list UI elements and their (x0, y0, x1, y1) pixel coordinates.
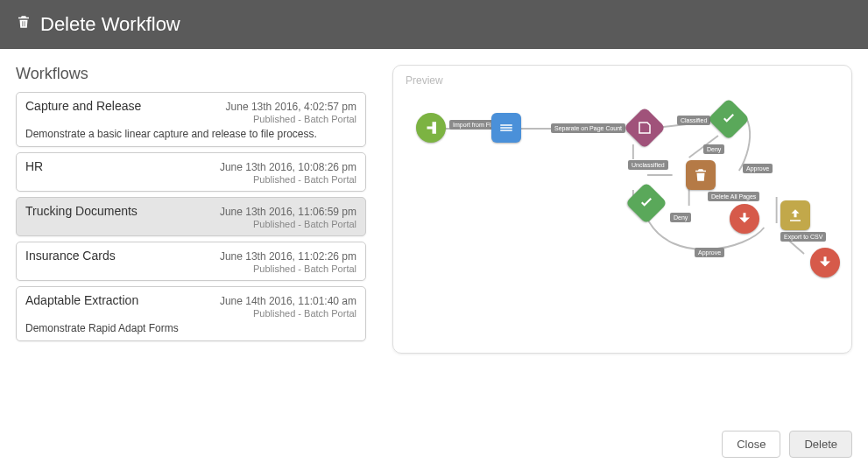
workflow-date: June 14th 2016, 11:01:40 am (220, 295, 356, 307)
export-label: Export to CSV (780, 232, 826, 242)
approve2-label: Approve (695, 248, 724, 257)
workflow-item[interactable]: HRJune 13th 2016, 10:08:26 pmPublished -… (16, 152, 366, 192)
workflows-section-label: Workflows (16, 65, 366, 83)
exit-node-2[interactable] (810, 248, 840, 277)
workflow-name: Capture and Release (25, 99, 141, 113)
separate-label: Separate on Page Count (551, 123, 625, 133)
decision-node-1[interactable] (624, 107, 666, 149)
dialog-footer: Close Delete (722, 431, 852, 458)
unclassified-label: Unclassified (628, 160, 668, 170)
workflow-status: Published - Batch Portal (220, 308, 356, 319)
trash-icon (16, 12, 32, 37)
workflow-status: Published - Batch Portal (220, 174, 356, 185)
check-node-1[interactable] (708, 98, 750, 140)
dialog-header: Delete Workflow (0, 0, 868, 49)
delete-pages-node[interactable] (686, 160, 716, 190)
exit-node-1[interactable] (730, 204, 759, 234)
deny2-label: Deny (670, 213, 691, 222)
export-node[interactable] (780, 200, 810, 230)
delete-pages-label: Delete All Pages (708, 192, 759, 201)
preview-panel: Preview (392, 65, 852, 354)
workflow-name: Insurance Cards (25, 249, 116, 263)
start-node[interactable] (416, 113, 446, 143)
workflow-item[interactable]: Trucking DocumentsJune 13th 2016, 11:06:… (16, 197, 366, 236)
workflow-description: Demonstrate Rapid Adapt Forms (25, 322, 356, 334)
workflow-name: Trucking Documents (25, 204, 138, 218)
workflow-date: June 13th 2016, 10:08:26 pm (220, 161, 356, 173)
workflow-status: Published - Batch Portal (220, 219, 356, 229)
workflow-item[interactable]: Capture and ReleaseJune 13th 2016, 4:02:… (16, 92, 366, 147)
approve1-label: Approve (743, 164, 773, 173)
workflow-name: HR (25, 159, 43, 173)
workflow-date: June 13th 2016, 11:02:26 pm (220, 250, 356, 263)
delete-button[interactable]: Delete (789, 431, 852, 458)
workflow-diagram: Import from File Separate on Page Count … (406, 92, 839, 337)
workflow-status: Published - Batch Portal (220, 263, 356, 274)
workflow-status: Published - Batch Portal (226, 114, 356, 124)
workflow-item[interactable]: Insurance CardsJune 13th 2016, 11:02:26 … (16, 242, 366, 281)
workflow-date: June 13th 2016, 11:06:59 pm (220, 206, 356, 218)
check-node-2[interactable] (625, 182, 667, 224)
workflow-date: June 13th 2016, 4:02:57 pm (226, 101, 356, 113)
dialog-title: Delete Workflow (40, 13, 180, 36)
workflow-name: Adaptable Extraction (25, 293, 138, 307)
classified-label: Classified (677, 116, 710, 125)
scan-node[interactable] (491, 113, 521, 143)
workflow-item[interactable]: Adaptable ExtractionJune 14th 2016, 11:0… (16, 286, 366, 341)
workflow-list-panel: Workflows Capture and ReleaseJune 13th 2… (16, 65, 366, 383)
workflow-description: Demonstrate a basic linear capture and r… (25, 128, 356, 140)
deny1-label: Deny (703, 144, 724, 154)
preview-label: Preview (406, 74, 839, 87)
close-button[interactable]: Close (722, 431, 780, 458)
